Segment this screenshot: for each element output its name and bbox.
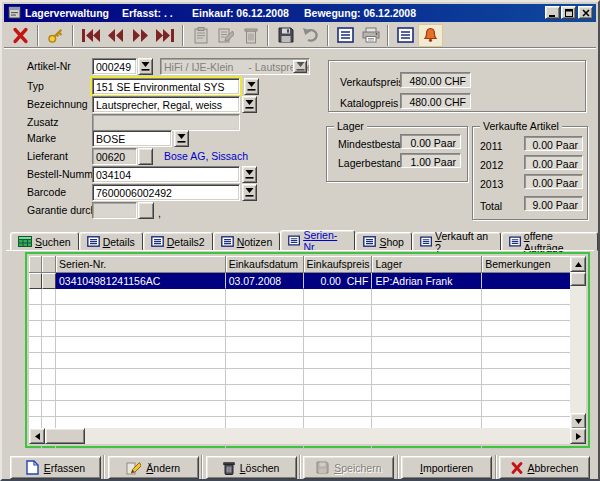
garantie-label: Garantie durch [27,202,96,216]
titlebar-einkauf: Einkauf: 06.12.2008 [192,7,289,19]
delete-icon[interactable] [238,24,263,47]
table-row-empty[interactable] [29,289,571,305]
scroll-left-icon[interactable] [29,428,45,444]
horizontal-scroll-track[interactable] [85,428,570,444]
marke-input[interactable]: BOSE [92,130,172,147]
toolbar-separator [182,25,184,46]
importieren-button[interactable]: Importieren [401,456,492,479]
bezeichnung-dropdown-icon[interactable] [242,96,257,113]
table-row-empty[interactable] [29,385,571,401]
erfassen-button[interactable]: Erfassen [10,456,101,479]
tab-serien-nr[interactable]: Serien-Nr. [280,230,355,251]
table-row-empty[interactable] [29,401,571,417]
vertical-scrollbar[interactable] [570,256,586,429]
speichern-button: Speichern [303,456,394,479]
save-disabled-icon [316,461,329,474]
titlebar[interactable]: Lagerverwaltung Erfasst: . . Einkauf: 06… [4,4,596,22]
jahr-2011-value: 0.00 Paar [524,136,583,151]
scroll-right-icon[interactable] [570,428,586,444]
toolbar-separator [387,25,389,46]
typ-input[interactable]: 151 SE Environmental SYS [92,78,240,95]
maximize-button[interactable] [561,6,576,19]
titlebar-bewegung: Bewegung: 06.12.2008 [304,7,416,19]
barcode-input[interactable]: 7600006002492 [92,184,240,201]
close-button[interactable] [578,6,593,19]
tab-shop[interactable]: Shop [355,232,412,251]
button-separator [495,455,497,480]
cell-lager[interactable]: EP:Adrian Frank [372,273,482,289]
list-icon[interactable] [393,24,418,47]
jahr-2013-label: 2013 [480,176,503,190]
tab-suchen[interactable]: Suchen [10,232,79,251]
last-record-icon[interactable] [153,24,178,47]
tab-details2[interactable]: Details2 [143,232,213,251]
lieferant-lookup-button[interactable] [138,148,153,165]
header-serien-nr[interactable]: Serien-Nr. [56,256,226,273]
bestell-nummer-dropdown-icon[interactable] [242,166,257,183]
button-separator [201,455,203,480]
tab-details[interactable]: Details [79,232,143,251]
kategorie-dropdown-icon[interactable] [293,60,307,73]
header-lager[interactable]: Lager [372,256,482,273]
typ-label: Typ [27,78,44,92]
header-einkaufsdatum[interactable]: Einkaufsdatum [226,256,304,273]
loeschen-button[interactable]: Löschen [206,456,297,479]
barcode-dropdown-icon[interactable] [242,184,257,201]
aendern-button[interactable]: Ändern [108,456,199,479]
document-icon [420,236,432,247]
row-indicator[interactable] [42,273,56,289]
cell-einkaufsdatum[interactable]: 03.07.2008 [226,273,304,289]
key-icon[interactable] [43,24,68,47]
print-icon[interactable] [358,24,383,47]
table-row-selected[interactable]: 034104981241156AC 03.07.2008 0.00 CHF EP… [29,273,571,289]
typ-dropdown-icon[interactable] [244,78,259,95]
edit-icon[interactable] [213,24,238,47]
cell-bemerkungen[interactable] [482,273,571,289]
horizontal-scroll-thumb[interactable] [45,428,85,444]
scroll-up-icon[interactable] [570,256,586,272]
tab-offene-auftraege[interactable]: offene Aufträge [501,232,598,251]
paste-icon[interactable] [188,24,213,47]
report-icon[interactable] [333,24,358,47]
table-row-empty[interactable] [29,337,571,353]
trash-icon [223,461,235,475]
serien-table: Serien-Nr. Einkaufsdatum Einkaufspreis L… [29,256,572,429]
alarm-bell-icon[interactable] [418,24,443,47]
new-document-icon [26,460,39,475]
table-row-empty[interactable] [29,305,571,321]
table-row-empty[interactable] [29,369,571,385]
row-indicator[interactable] [29,273,42,289]
cell-serien-nr[interactable]: 034104981241156AC [56,273,226,289]
next-record-icon[interactable] [128,24,153,47]
undo-icon[interactable] [298,24,323,47]
artikel-nr-dropdown-icon[interactable] [138,58,153,75]
marke-label: Marke [27,130,56,144]
header-indicator [29,256,42,273]
cancel-icon[interactable] [8,24,33,47]
minimize-button[interactable] [545,6,560,19]
tab-verkauft-an[interactable]: Verkauft an ? [412,232,501,251]
artikel-nr-input[interactable]: 000249 [92,58,137,75]
cell-einkaufspreis[interactable]: 0.00 CHF [304,273,373,289]
marke-dropdown-icon[interactable] [174,130,189,147]
header-bemerkungen[interactable]: Bemerkungen [482,256,571,273]
tab-notizen[interactable]: Notizen [213,232,281,251]
verkaufspreis-label: Verkaufspreis [340,74,404,88]
garantie-lookup-button[interactable] [138,202,154,219]
lieferant-input: 00620 [92,148,137,165]
horizontal-scrollbar[interactable] [29,428,586,444]
total-value: 9.00 Paar [524,196,583,211]
abbrechen-button[interactable]: Abbrechen [499,456,590,479]
first-record-icon[interactable] [78,24,103,47]
button-separator [397,455,399,480]
lagerbestand-value: 1.00 Paar [400,153,461,168]
previous-record-icon[interactable] [103,24,128,47]
bestell-nummer-input[interactable]: 034104 [92,166,240,183]
table-row-empty[interactable] [29,321,571,337]
header-einkaufspreis[interactable]: Einkaufspreis [304,256,373,273]
bezeichnung-input[interactable]: Lautsprecher, Regal, weiss [92,96,240,113]
vertical-scroll-thumb[interactable] [570,272,586,286]
save-icon[interactable] [273,24,298,47]
table-row-empty[interactable] [29,353,571,369]
scroll-down-icon[interactable] [570,413,586,429]
